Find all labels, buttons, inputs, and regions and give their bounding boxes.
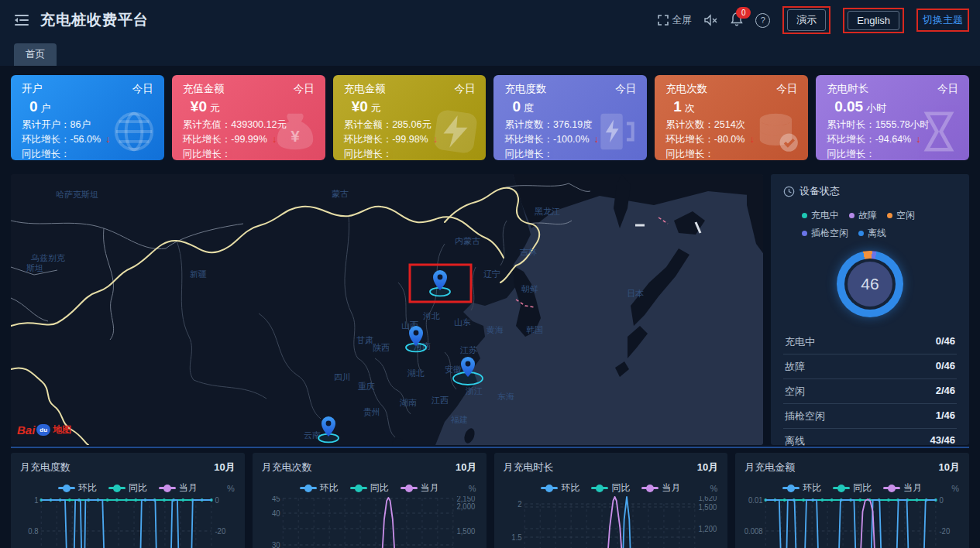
stat-card-number: ¥0 [352,98,368,115]
device-row-value: 2/46 [936,385,955,399]
stat-card-open-account: 开户今日0户累计开户：86户环比增长：-56.0%↓同比增长： [11,75,164,160]
chart-legend-item[interactable]: 环比 [782,481,821,495]
chart-legend-item[interactable]: 当月 [159,481,198,495]
svg-text:1,620: 1,620 [698,496,717,502]
globe-icon [110,108,158,159]
map-label: 河北 [423,311,440,320]
demo-button[interactable]: 演示 [787,9,826,31]
map-label: 浙江 [466,386,483,396]
donut-center: 46 [848,262,892,307]
app-root: 充电桩收费平台 全屏 0 [0,0,980,548]
chart-legend: 环比同比当月 [262,481,477,495]
map-label: 安徽 [445,365,462,374]
legend-line-dot-icon [782,485,799,492]
pin-center-dot [414,331,419,336]
stat-card-period: 今日 [294,82,315,96]
stat-card-charge-kwh: 充电度数今日0度累计度数：376.19度环比增长：-100.0%↓同比增长： [493,75,647,160]
map-label: 江苏 [459,345,477,354]
chart-legend-label: 当月 [662,481,680,495]
tab-bar: 首页 [0,40,980,66]
map-label: 乌兹别克 [30,253,65,262]
legend-label: 故障 [858,209,877,222]
stat-card-mom-text: 环比增长：-99.99% [183,134,267,145]
svg-text:1: 1 [34,496,39,505]
stat-card-unit: 次 [685,102,695,114]
stat-card-header: 开户今日 [22,82,153,96]
svg-text:30: 30 [272,541,280,548]
axis-percent-label: % [710,484,717,493]
annotation-box-theme: 切换主题 [916,9,969,32]
legend-dot-icon [858,231,864,236]
chart-legend-item[interactable]: 环比 [541,481,579,495]
baidu-paw-icon: du [36,424,50,436]
chart-legend-item[interactable]: 同比 [591,481,630,495]
chart-title: 月充电度数 [20,461,70,474]
device-legend-item[interactable]: 离线 [858,227,886,240]
fullscreen-button[interactable]: 全屏 [658,13,692,27]
chart-legend-item[interactable]: 同比 [833,481,872,495]
svg-text:-20: -20 [215,527,225,536]
chart-legend-item[interactable]: 同比 [108,481,147,495]
baidu-logo-map-word: 地图 [52,423,72,437]
legend-label: 离线 [868,227,886,240]
device-legend-item[interactable]: 充电中 [802,209,839,222]
map-label: 新疆 [190,269,207,279]
stat-card-title: 开户 [22,82,43,96]
svg-text:0.8: 0.8 [28,527,39,536]
chart-legend-item[interactable]: 当月 [883,481,922,495]
chart-legend-item[interactable]: 环比 [300,481,339,495]
chart-legend-label: 同比 [853,481,872,495]
tab-home[interactable]: 首页 [14,43,57,66]
device-rows: 充电中0/46故障0/46空闲2/46插枪空闲1/46离线43/46 [783,330,957,454]
map-label: 黑龙江 [535,207,560,216]
legend-dot-icon [802,231,807,236]
map-label: 福建 [451,415,468,424]
language-button[interactable]: English [848,11,899,30]
chart-header: 月充电度数10月 [20,461,236,474]
section-divider [11,447,969,448]
map-label: 日本 [627,289,644,298]
annotation-box-english: English [843,8,904,33]
pin-center-dot [466,361,471,367]
chart-period-label: 10月 [939,461,960,474]
stat-card-period: 今日 [454,82,475,96]
chart-legend-label: 环比 [561,481,579,495]
mute-icon[interactable] [704,14,718,26]
chart-panel-monthly-count: 月充电次数10月环比同比当月%4540302,1502,0001,500 [253,453,487,548]
legend-label: 插枪空闲 [811,227,848,240]
map-label: 斯坦 [26,263,43,272]
device-legend-item[interactable]: 故障 [849,209,877,222]
help-button[interactable]: ? [755,13,770,28]
chart-legend-item[interactable]: 当月 [641,481,680,495]
chart-legend-label: 环比 [78,481,97,495]
chart-legend-label: 环比 [320,481,339,495]
stat-card-number: ¥0 [191,98,207,115]
legend-label: 空闲 [896,209,915,222]
device-legend-item[interactable]: 插枪空闲 [802,227,848,240]
chart-legend-label: 同比 [611,481,630,495]
map-label: 四川 [334,372,351,382]
stat-card-header: 充电时长今日 [827,82,958,96]
stat-cards-row: 开户今日0户累计开户：86户环比增长：-56.0%↓同比增长：充值金额今日¥0元… [11,75,969,160]
chart-legend-item[interactable]: 环比 [58,481,97,495]
chart-legend-item[interactable]: 当月 [401,481,439,495]
notification-bell[interactable]: 0 [731,12,743,29]
svg-text:40: 40 [272,509,280,519]
svg-text:1,500: 1,500 [698,503,717,512]
stat-card-title: 充电次数 [665,82,707,96]
switch-theme-link[interactable]: 切换主题 [921,12,965,29]
chart-period-label: 10月 [214,461,235,474]
menu-fold-icon[interactable] [14,12,29,28]
map-label: 陕西 [373,343,390,352]
stat-card-title: 充电时长 [827,82,868,96]
header-actions: 全屏 0 ? 演示 English [658,6,969,34]
map-label: 重庆 [358,382,375,391]
device-row-label: 空闲 [785,385,805,399]
series-当月 [765,499,936,548]
series-环比 [765,500,936,548]
device-legend-item[interactable]: 空闲 [887,209,915,222]
svg-text:45: 45 [272,496,280,503]
app-header: 充电桩收费平台 全屏 0 [0,0,980,40]
map-panel[interactable]: 哈萨克斯坦乌兹别克斯坦蒙古新疆内蒙古黑龙江吉林辽宁朝鲜韩国日本河北山西山东黄海甘… [11,174,763,445]
chart-legend-item[interactable]: 同比 [350,481,389,495]
